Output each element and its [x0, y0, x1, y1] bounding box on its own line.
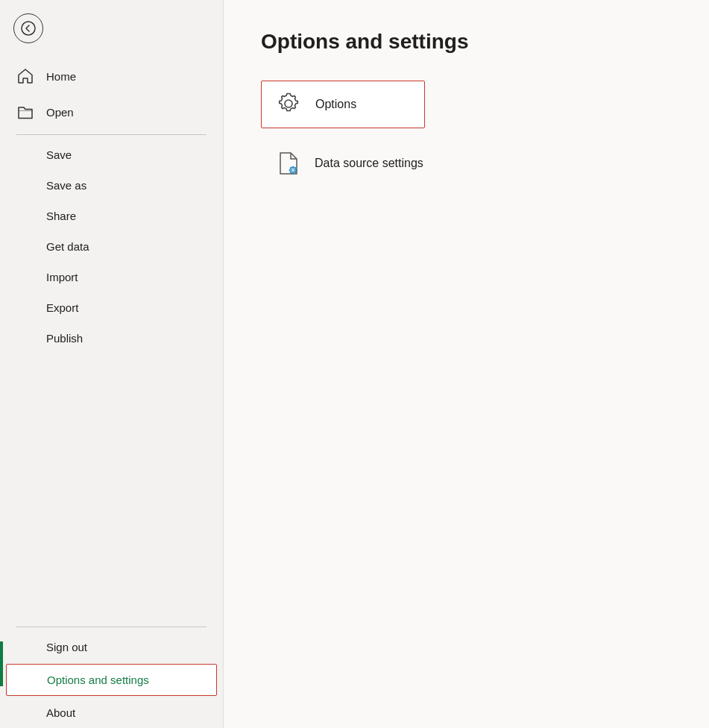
sidebar-item-save-label: Save	[46, 148, 72, 161]
data-source-settings-card[interactable]: Data source settings	[261, 140, 500, 186]
svg-line-10	[291, 172, 292, 172]
sidebar-item-publish[interactable]: Publish	[0, 323, 223, 354]
data-source-settings-label: Data source settings	[315, 157, 423, 170]
sidebar-item-about[interactable]: About	[0, 697, 223, 728]
sidebar-item-export[interactable]: Export	[0, 292, 223, 323]
sidebar-item-import[interactable]: Import	[0, 262, 223, 292]
sidebar: Home Open Save Save as Share Get	[0, 0, 224, 728]
sidebar-item-save-as[interactable]: Save as	[0, 170, 223, 201]
sidebar-item-share[interactable]: Share	[0, 201, 223, 231]
svg-line-9	[294, 172, 295, 172]
options-card[interactable]: Options	[261, 81, 425, 128]
data-source-icon	[276, 151, 301, 176]
sidebar-item-about-label: About	[46, 706, 75, 719]
sidebar-item-export-label: Export	[46, 301, 78, 314]
active-indicator	[0, 641, 3, 686]
sidebar-item-home[interactable]: Home	[0, 58, 223, 94]
nav-divider-2	[16, 627, 207, 627]
sidebar-bottom: Sign out Options and settings About	[0, 622, 223, 728]
main-content: Options and settings Options	[224, 0, 709, 728]
sidebar-item-sign-out-label: Sign out	[46, 641, 87, 653]
back-arrow-icon	[21, 21, 36, 36]
sidebar-item-publish-label: Publish	[46, 332, 83, 345]
back-button[interactable]	[13, 13, 43, 43]
page-title: Options and settings	[261, 30, 672, 54]
sidebar-item-save-as-label: Save as	[46, 179, 86, 192]
gear-icon	[277, 92, 302, 117]
svg-line-8	[291, 168, 292, 169]
svg-line-11	[294, 168, 295, 169]
sidebar-item-import-label: Import	[46, 271, 78, 283]
sidebar-item-options-settings-label: Options and settings	[47, 674, 149, 686]
sidebar-top	[0, 0, 223, 58]
home-icon	[16, 67, 34, 85]
sidebar-item-open[interactable]: Open	[0, 94, 223, 130]
sidebar-item-save[interactable]: Save	[0, 139, 223, 170]
options-card-label: Options	[315, 98, 356, 111]
sidebar-item-open-label: Open	[46, 106, 74, 119]
sidebar-item-share-label: Share	[46, 210, 76, 222]
sidebar-item-sign-out[interactable]: Sign out	[0, 632, 223, 662]
svg-point-0	[22, 22, 35, 35]
svg-point-1	[285, 100, 292, 107]
nav-divider-1	[16, 134, 207, 135]
sidebar-item-options-and-settings[interactable]: Options and settings	[6, 664, 217, 696]
open-icon	[16, 103, 34, 121]
sidebar-nav: Home Open Save Save as Share Get	[0, 58, 223, 728]
sidebar-item-get-data-label: Get data	[46, 240, 89, 253]
sidebar-item-get-data[interactable]: Get data	[0, 231, 223, 262]
sidebar-item-home-label: Home	[46, 70, 76, 83]
